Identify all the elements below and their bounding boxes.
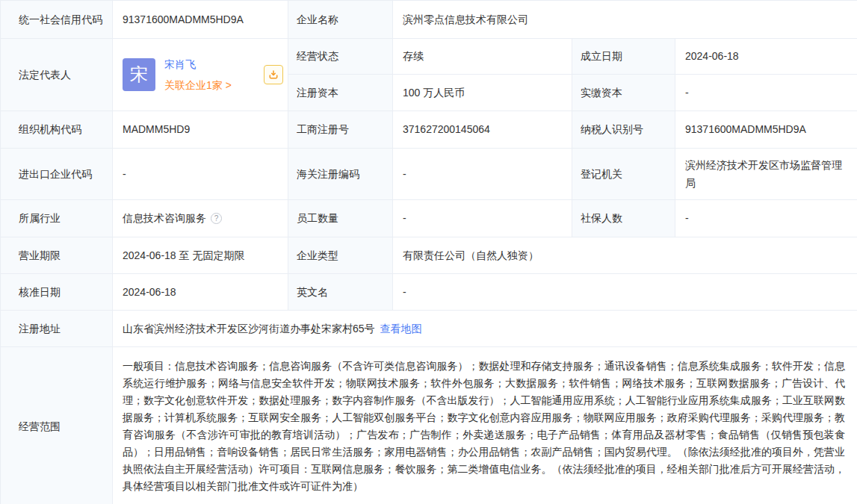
company-type-value: 有限责任公司（自然人独资）	[393, 237, 857, 274]
company-type-label: 企业类型	[288, 237, 393, 274]
taxpayer-id-value: 91371600MADMM5HD9A	[675, 111, 857, 149]
company-name-value: 滨州零点信息技术有限公司	[393, 1, 857, 39]
employees-value: -	[393, 200, 572, 237]
taxpayer-id-label: 纳税人识别号	[572, 111, 675, 149]
insured-value: -	[675, 200, 857, 237]
company-info-table: 统一社会信用代码 91371600MADMM5HD9A 企业名称 滨州零点信息技…	[0, 0, 857, 504]
org-code-value: MADMM5HD9	[113, 111, 288, 149]
import-export-code-value: -	[113, 149, 288, 200]
paid-capital-value: -	[675, 75, 857, 111]
related-companies-link[interactable]: 关联企业1家 >	[164, 78, 232, 93]
status-label: 经营状态	[288, 39, 393, 75]
biz-reg-no-value: 371627200145064	[393, 111, 572, 149]
reg-capital-value: 100 万人民币	[393, 75, 572, 111]
paid-capital-label: 实缴资本	[572, 75, 675, 111]
legal-rep-cell: 宋 宋肖飞 关联企业1家 >	[113, 39, 288, 111]
reg-capital-label: 注册资本	[288, 75, 393, 111]
credit-code-value: 91371600MADMM5HD9A	[113, 1, 288, 39]
insured-label: 社保人数	[572, 200, 675, 237]
registry-label: 登记机关	[572, 149, 675, 200]
industry-cell: 信息技术咨询服务 ?	[113, 200, 288, 237]
english-name-value: -	[393, 274, 857, 311]
scope-label: 经营范围	[1, 347, 113, 504]
credit-code-label: 统一社会信用代码	[1, 1, 113, 39]
company-name-label: 企业名称	[288, 1, 393, 39]
legal-rep-name-link[interactable]: 宋肖飞	[164, 57, 232, 72]
address-label: 注册地址	[1, 311, 113, 347]
export-graph-icon	[268, 69, 279, 80]
company-graph-button[interactable]	[264, 65, 283, 84]
help-icon[interactable]: ?	[211, 213, 222, 224]
customs-code-value: -	[393, 149, 572, 200]
registry-value: 滨州经济技术开发区市场监督管理局	[675, 149, 857, 200]
approval-date-label: 核准日期	[1, 274, 113, 311]
scope-value: 一般项目：信息技术咨询服务；信息咨询服务（不含许可类信息咨询服务）；数据处理和存…	[113, 347, 857, 504]
address-cell: 山东省滨州经济技术开发区沙河街道办事处宋家村65号 查看地图	[113, 311, 857, 347]
status-value: 存续	[393, 39, 572, 75]
org-code-label: 组织机构代码	[1, 111, 113, 149]
legal-rep-avatar: 宋	[123, 58, 155, 91]
address-value: 山东省滨州经济技术开发区沙河街道办事处宋家村65号	[123, 321, 375, 336]
term-label: 营业期限	[1, 237, 113, 274]
english-name-label: 英文名	[288, 274, 393, 311]
customs-code-label: 海关注册编码	[288, 149, 393, 200]
view-map-link[interactable]: 查看地图	[380, 321, 422, 336]
legal-rep-info: 宋肖飞 关联企业1家 >	[164, 57, 232, 93]
establish-date-value: 2024-06-18	[675, 39, 857, 75]
industry-label: 所属行业	[1, 200, 113, 237]
approval-date-value: 2024-06-18	[113, 274, 288, 311]
import-export-code-label: 进出口企业代码	[1, 149, 113, 200]
term-value: 2024-06-18 至 无固定期限	[113, 237, 288, 274]
establish-date-label: 成立日期	[572, 39, 675, 75]
legal-rep-label: 法定代表人	[1, 39, 113, 111]
biz-reg-no-label: 工商注册号	[288, 111, 393, 149]
industry-value: 信息技术咨询服务	[123, 211, 206, 225]
employees-label: 员工数量	[288, 200, 393, 237]
